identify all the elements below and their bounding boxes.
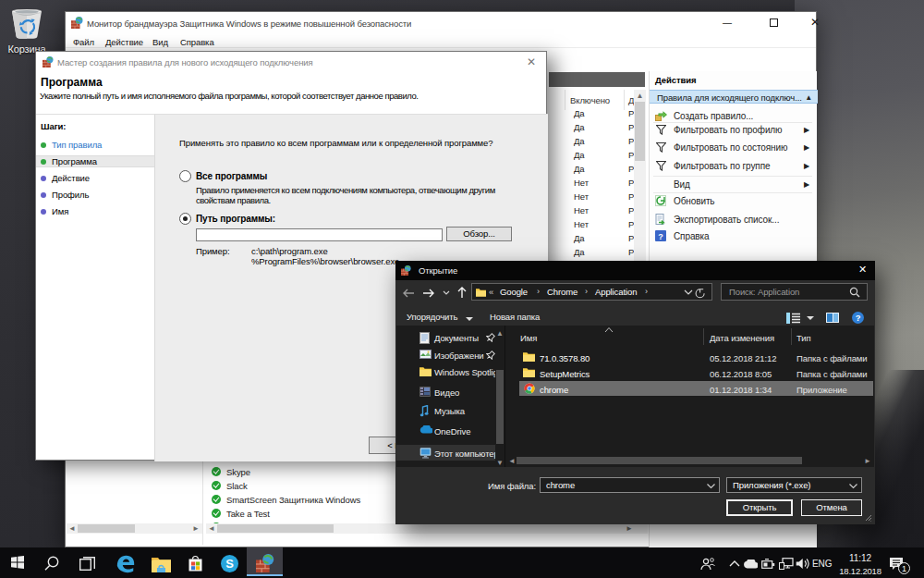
- svg-text:?: ?: [856, 313, 861, 323]
- svg-text:S: S: [225, 557, 234, 571]
- svg-text:?: ?: [658, 232, 663, 241]
